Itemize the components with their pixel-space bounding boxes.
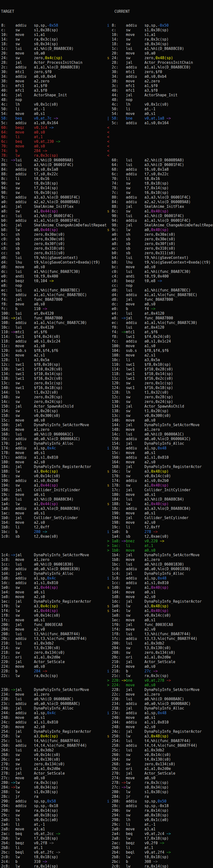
diff-marker xyxy=(106,790,110,795)
branch-arrow-in xyxy=(11,214,15,218)
asm-row: 64: movea0,s0< xyxy=(0,130,213,135)
current-line: 164: movea2,s0 xyxy=(106,460,213,465)
branch-arrow-in xyxy=(121,246,126,251)
branch-arrow-in xyxy=(11,190,15,195)
branch-arrow-in xyxy=(11,121,15,125)
operands: a0,a0,%lo(D_06001830) xyxy=(34,567,80,571)
branch-arrow-in xyxy=(121,172,126,177)
current-line: 170: swv0,0x14c(s0) xyxy=(106,474,213,478)
operands: 0x40(sp) xyxy=(151,585,169,590)
branch-arrow-in xyxy=(11,469,15,474)
diff-marker xyxy=(106,42,110,46)
asm-row: 2a4: liat,-1 29c: liat,-1 xyxy=(0,822,213,827)
address: 1b8: xyxy=(0,525,11,530)
operands: at,0x4120 xyxy=(144,325,164,330)
branch-arrow-in xyxy=(11,288,15,293)
current-line: 130: swzero,0x24(sp) xyxy=(106,400,213,404)
current-line: f8: lwc1$f4,0x24(s0) xyxy=(106,335,213,339)
branch-arrow-in xyxy=(121,116,126,121)
current-line: 14c: luia0,%hi(D_06000A1C) xyxy=(106,432,213,437)
branch-arrow-in xyxy=(121,567,126,571)
branch-arrow-in: ~> xyxy=(11,780,15,785)
mnemonic: sw xyxy=(15,409,34,413)
mnemonic: lui xyxy=(15,562,34,567)
address: 1cc: xyxy=(0,562,11,567)
branch-arrow-in xyxy=(11,70,15,74)
operands: a3,%hi(D_06001F4C) xyxy=(34,163,74,167)
address: 164: xyxy=(0,427,11,432)
current-line: 258: addiut4,t4,%lo(func_80A87F44) xyxy=(106,743,213,748)
current-line: 194: jalCollider_SetCylinder xyxy=(106,516,213,520)
target-line: f4: jalfunc_80A87800 xyxy=(0,297,106,302)
operands: zero,0x28(sp) xyxy=(144,395,173,399)
branch-arrow-out: ~> xyxy=(151,669,157,673)
target-line: 180: movea2,s0 xyxy=(0,460,106,465)
mnemonic: lw xyxy=(126,469,144,474)
branch-arrow-in xyxy=(121,98,126,102)
address: 2b0: xyxy=(110,845,121,850)
mnemonic: addiu xyxy=(15,711,34,715)
branch-arrow-in xyxy=(11,841,15,845)
target-line: 25c: luit4,%hi(func_80A87F44) xyxy=(0,739,106,743)
diff-marker xyxy=(106,367,110,372)
address: 244: xyxy=(0,711,11,715)
current-line: 2ac: beqzv0,2f0 ~> xyxy=(106,841,213,845)
branch-arrow-in xyxy=(121,209,126,214)
branch-arrow-in xyxy=(121,200,126,205)
address: 2bc: xyxy=(0,850,11,855)
mnemonic: sw xyxy=(15,808,34,813)
operands: a1,a1,%lo(func_80A87BEC) xyxy=(144,293,198,297)
operands: a0,a0,%lo(D_0600BA8C) xyxy=(34,702,80,706)
asm-row: d4: lhut9,%lo(gSaveContext+0xeda)(t9) b8… xyxy=(0,260,213,265)
mnemonic: addiu xyxy=(15,200,34,205)
operands: $f8,$f4,$f6 xyxy=(34,348,58,353)
address: 1e8: xyxy=(0,595,11,599)
address: 88: xyxy=(0,172,11,177)
address: 13c: xyxy=(110,413,121,418)
current-line: 50: liat,-1 xyxy=(106,107,213,112)
address: 18c: xyxy=(110,506,121,511)
current-line: bc: movea0,s0 xyxy=(106,265,213,270)
current-line: 238: jalDynaPolyInfo_Alloc xyxy=(106,706,213,711)
current-line: 14: swra,0x3c(sp) xyxy=(106,37,213,42)
branch-arrow-in xyxy=(11,255,15,260)
asm-row: 240: jalDynaPolyInfo_Alloc 238: jalDynaP… xyxy=(0,706,213,711)
target-line: 290: addiusp,sp,0x58 xyxy=(0,799,106,804)
operands: zero,0x134(s0) xyxy=(144,650,175,655)
diff-marker xyxy=(106,767,110,771)
asm-row: 11c: movea1,s0 100: movea1,s0 xyxy=(0,344,213,348)
operands: $f10,0x14(sp) xyxy=(144,372,173,376)
address: 20c: xyxy=(0,637,11,641)
address: 2c8: xyxy=(0,864,11,868)
target-line: 284:~>lws0,0x34(sp) xyxy=(0,785,106,790)
target-line: 5c: addiua1,s0,0x164 xyxy=(0,121,106,125)
branch-arrow-in xyxy=(11,28,15,33)
address: 94: xyxy=(110,218,121,223)
operands: 0x44(sp) xyxy=(40,502,58,506)
target-line: 24: swzero,0x4c(sp) xyxy=(0,56,106,60)
mnemonic: lw xyxy=(126,785,144,790)
branch-arrow-in xyxy=(121,362,126,367)
branch-arrow-in xyxy=(11,771,15,776)
diff-marker xyxy=(106,195,110,200)
mnemonic: sw xyxy=(126,646,144,650)
current-line: 274: movea0,s0 xyxy=(106,776,213,780)
branch-arrow-in xyxy=(121,571,126,576)
diff-marker xyxy=(106,562,110,567)
diff-marker xyxy=(106,637,110,641)
current-line: 17c: jalCollider_InitCylinder xyxy=(106,488,213,492)
mnemonic: sw xyxy=(15,813,34,818)
mnemonic: sb xyxy=(15,246,34,251)
current-line: < xyxy=(106,144,213,149)
operands: at,1 xyxy=(144,544,153,548)
operands: $f8,0x10(sp) xyxy=(144,362,171,367)
address: 2b4: xyxy=(110,850,121,855)
branch-arrow-in xyxy=(11,618,15,622)
asm-row: 98: swt6,0x10(sp) 7c: swt6,0x10(sp) xyxy=(0,190,213,195)
mnemonic: sw xyxy=(15,186,34,190)
address: 8: xyxy=(0,23,11,28)
mnemonic: move xyxy=(15,595,34,599)
operands: sp,sp,-0x18 xyxy=(144,804,169,808)
branch-arrow-in xyxy=(11,195,15,200)
diff-marker xyxy=(106,311,110,316)
